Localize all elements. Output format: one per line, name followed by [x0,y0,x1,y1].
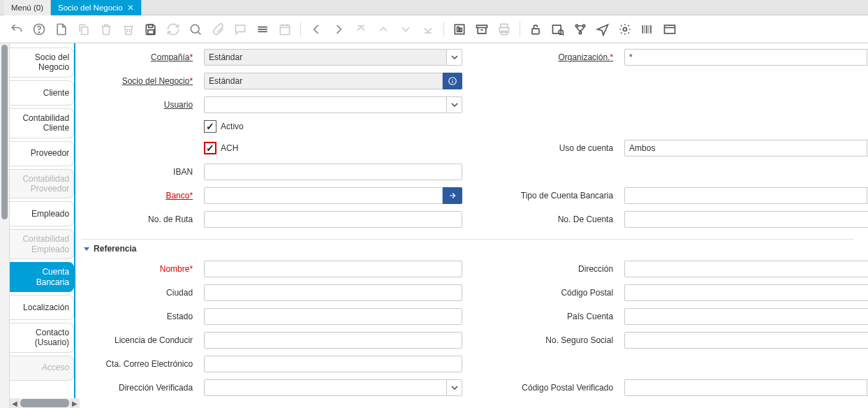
sidebar-item-cliente[interactable]: Cliente [10,80,75,105]
info-icon[interactable] [443,73,462,89]
svg-rect-15 [477,25,487,27]
copy-button[interactable] [74,20,94,39]
ciudad-input[interactable] [204,284,462,301]
label-compania[interactable]: Compañía* [81,52,193,62]
cp-input[interactable] [624,284,868,301]
help-button[interactable] [29,20,49,39]
last-button[interactable] [418,20,438,39]
tabs-bar: Menú (0) Socio del Negocio ✕ [0,0,868,15]
label-usuario[interactable]: Usuario [81,100,193,110]
sidebar-scrollbar[interactable] [0,43,10,408]
sidebar-item-empleado[interactable]: Empleado [10,201,75,226]
pais-cuenta-input[interactable] [624,308,868,325]
tab-menu[interactable]: Menú (0) [4,0,51,15]
chevron-down-icon[interactable] [447,379,462,396]
usuario-field [204,96,462,113]
label-organizacion[interactable]: Organización.* [473,52,613,62]
no-cuenta-input[interactable] [624,211,868,228]
nss-input[interactable] [624,332,868,349]
tab-label: Menú (0) [11,3,43,12]
dir-verificada-input[interactable] [204,379,447,396]
tipo-cuenta-input[interactable] [624,187,867,204]
refresh-button[interactable] [163,20,183,39]
svg-rect-31 [665,25,675,34]
section-title: Referencia [94,244,136,254]
svg-point-25 [624,27,627,31]
print-button[interactable] [494,20,514,39]
licencia-input[interactable] [204,332,462,349]
delete2-button[interactable] [119,20,138,39]
next-button[interactable] [329,20,348,39]
sidebar-item-localizacion[interactable]: Localización [10,295,75,320]
workflow-button[interactable] [571,20,590,39]
new-button[interactable] [52,20,71,39]
sidebar-item-acceso[interactable]: Acceso [10,356,75,381]
no-ruta-input[interactable] [204,211,462,228]
sidebar-item-contacto[interactable]: Contacto (Usuario) [10,323,75,353]
sidebar-item-label: Empleado [31,209,69,219]
down-button[interactable] [396,20,415,39]
close-icon[interactable]: ✕ [127,3,134,13]
svg-point-23 [582,24,584,27]
scroll-right-icon[interactable]: ▶ [70,398,80,408]
label-pais-cuenta: País Cuenta [473,312,613,321]
tab-socio-negocio[interactable]: Socio del Negocio ✕ [51,0,142,15]
prev-button[interactable] [307,20,326,39]
send-button[interactable] [593,20,612,39]
sidebar-item-contab-empleado[interactable]: Contabilidad Empleado [10,229,75,259]
organizacion-field [624,49,868,66]
sidebar-item-proveedor[interactable]: Proveedor [10,141,75,166]
report-button[interactable] [450,20,469,39]
calendar-button[interactable] [275,20,295,39]
label-licencia: Licencia de Conducir [81,335,193,345]
usuario-input[interactable] [204,96,447,113]
iban-input[interactable] [204,163,462,180]
cta-email-input[interactable] [204,356,462,372]
nombre-input[interactable] [204,261,462,277]
up-button[interactable] [374,20,393,39]
uso-cuenta-input[interactable] [624,140,867,156]
direccion-input[interactable] [624,261,868,277]
sidebar-h-scroll[interactable]: ◀ ▶ [10,398,80,408]
gear-button[interactable] [615,20,635,39]
svg-rect-28 [646,25,647,34]
activo-checkbox[interactable] [204,120,216,133]
sidebar-item-cuenta-bancaria[interactable]: Cuenta Bancaria [10,262,75,292]
grid-button[interactable] [253,20,272,39]
ach-checkbox[interactable] [204,142,216,154]
ach-checkbox-wrap: ACH [204,142,462,154]
panel-button[interactable] [660,20,679,39]
label-socio-negocio[interactable]: Socio del Negocio* [81,76,193,86]
collapse-icon[interactable] [84,247,89,251]
compania-input[interactable] [204,49,447,66]
chat-button[interactable] [230,20,250,39]
label-no-cuenta: No. De Cuenta [473,214,613,224]
organizacion-input[interactable] [624,49,867,66]
chevron-down-icon[interactable] [447,96,462,113]
attach-button[interactable] [208,20,228,39]
socio-negocio-input[interactable] [204,73,443,89]
go-icon[interactable] [443,187,462,204]
sidebar-item-contab-proveedor[interactable]: Contabilidad Proveedor [10,169,75,199]
barcode-button[interactable] [638,20,657,39]
zoom-doc-button[interactable] [548,20,568,39]
chevron-down-icon[interactable] [447,49,462,66]
scroll-thumb[interactable] [20,399,69,407]
first-button[interactable] [351,20,371,39]
estado-input[interactable] [204,308,462,325]
label-banco[interactable]: Banco* [81,191,193,201]
sidebar-item-contab-cliente[interactable]: Contabilidad Cliente [10,108,75,138]
archive-button[interactable] [472,20,492,39]
cp-verificado-input[interactable] [624,379,867,396]
save-button[interactable] [141,20,161,39]
lock-button[interactable] [526,20,545,39]
search-button[interactable] [186,20,205,39]
scroll-left-icon[interactable]: ◀ [10,398,20,408]
sidebar-item-socio-negocio[interactable]: Socio del Negocio [10,48,75,78]
undo-button[interactable] [7,20,27,39]
banco-input[interactable] [204,187,443,204]
svg-rect-14 [460,28,462,31]
delete-button[interactable] [96,20,116,39]
scrollbar-thumb[interactable] [1,45,8,219]
cp-verificado-field [624,379,868,396]
